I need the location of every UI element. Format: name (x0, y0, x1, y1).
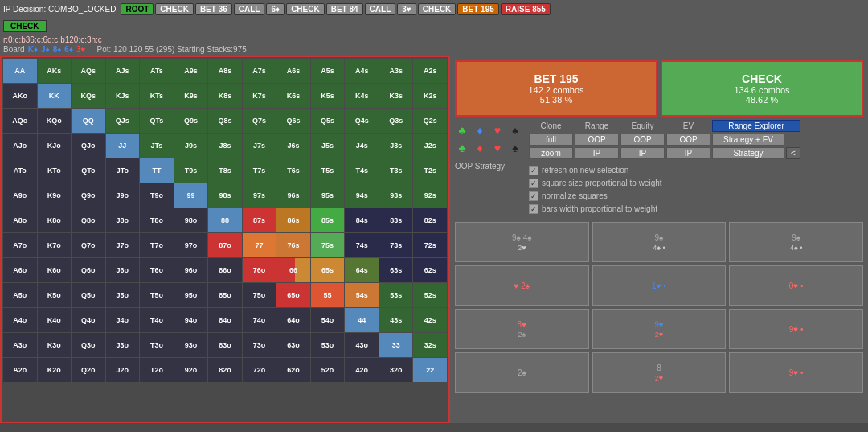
hand-cell-q5s[interactable]: Q5s (311, 109, 345, 133)
hand-cell-93o[interactable]: 93o (174, 333, 208, 357)
hand-cell-t2s[interactable]: T2s (413, 158, 447, 183)
hand-cell-a5s[interactable]: A5s (311, 59, 345, 83)
hand-cell-t4o[interactable]: T4o (140, 308, 174, 332)
hand-cell-64s[interactable]: 64s (345, 258, 379, 282)
card-cell-8h2s[interactable]: 8♥ 2♠ (455, 309, 589, 349)
hand-cell-q6s[interactable]: Q6s (276, 109, 310, 133)
hand-cell-t4s[interactable]: T4s (345, 158, 379, 183)
hand-cell-95o[interactable]: 95o (174, 283, 208, 307)
hand-cell-tt[interactable]: TT (140, 158, 174, 183)
hand-cell-76s[interactable]: 76s (276, 233, 310, 257)
hand-cell-aa[interactable]: AA (3, 59, 37, 83)
hand-cell-97o[interactable]: 97o (174, 233, 208, 257)
hand-cell-85o[interactable]: 85o (208, 283, 242, 307)
hand-cell-k4s[interactable]: K4s (345, 84, 379, 108)
hand-cell-75o[interactable]: 75o (243, 283, 276, 307)
hand-cell-92o[interactable]: 92o (174, 358, 208, 382)
hand-cell-k9s[interactable]: K9s (174, 84, 208, 108)
hand-cell-62o[interactable]: 62o (276, 358, 310, 382)
hand-cell-94o[interactable]: 94o (174, 308, 208, 332)
cb-refresh[interactable]: ✓ (529, 166, 538, 175)
hand-cell-k3o[interactable]: K3o (38, 333, 72, 357)
hand-cell-t5s[interactable]: T5s (311, 158, 345, 183)
hand-cell-63s[interactable]: 63s (379, 258, 413, 282)
diamond-icon-2[interactable]: ♦ (473, 141, 487, 155)
hand-cell-aks[interactable]: AKs (38, 59, 72, 83)
hand-cell-a6s[interactable]: A6s (276, 59, 310, 83)
hand-cell-42o[interactable]: 42o (345, 358, 379, 382)
ip-button-1[interactable]: IP (575, 147, 619, 159)
hand-cell-q4o[interactable]: Q4o (72, 308, 105, 332)
6d-button[interactable]: 6♦ (266, 3, 285, 15)
hand-cell-65s[interactable]: 65s (311, 258, 345, 282)
hand-cell-t9o[interactable]: T9o (140, 183, 174, 208)
hand-cell-kqo[interactable]: KQo (38, 109, 72, 133)
hand-cell-k2o[interactable]: K2o (38, 358, 72, 382)
hand-cell-54o[interactable]: 54o (311, 308, 345, 332)
spade-icon-1[interactable]: ♠ (508, 123, 522, 138)
range-explorer-button[interactable]: Range Explorer (712, 120, 800, 132)
hand-cell-k5s[interactable]: K5s (311, 84, 345, 108)
hand-cell-a7o[interactable]: A7o (3, 233, 37, 257)
hand-cell-t7o[interactable]: T7o (140, 233, 174, 257)
hand-cell-qts[interactable]: QTs (140, 109, 174, 133)
hand-cell-87s[interactable]: 87s (243, 208, 276, 232)
hand-cell-q9s[interactable]: Q9s (174, 109, 208, 133)
hand-cell-73s[interactable]: 73s (379, 233, 413, 257)
hand-cell-43s[interactable]: 43s (379, 308, 413, 332)
heart-icon-2[interactable]: ♥ (490, 141, 505, 155)
hand-cell-a2s[interactable]: A2s (413, 59, 447, 83)
card-cell-1h[interactable]: 1♥ • (592, 265, 727, 306)
zoom-button[interactable]: zoom (529, 147, 573, 159)
hand-cell-44[interactable]: 44 (345, 308, 379, 332)
hand-cell-aqo[interactable]: AQo (3, 109, 37, 133)
hand-cell-j5o[interactable]: J5o (106, 283, 140, 307)
hand-cell-j8o[interactable]: J8o (106, 208, 140, 232)
hand-cell-83s[interactable]: 83s (379, 208, 413, 232)
hand-cell-kts[interactable]: KTs (140, 84, 174, 108)
hand-cell-k6o[interactable]: K6o (38, 258, 72, 282)
check-decision-box[interactable]: CHECK 134.6 combos 48.62 % (661, 60, 863, 117)
hand-cell-42s[interactable]: 42s (413, 308, 447, 332)
hand-cell-q2o[interactable]: Q2o (72, 358, 105, 382)
hand-cell-33[interactable]: 33 (379, 333, 413, 357)
strategy-ev-button[interactable]: Strategy + EV (712, 134, 784, 146)
hand-cell-kjo[interactable]: KJo (38, 134, 72, 158)
hand-cell-q9o[interactable]: Q9o (72, 183, 105, 208)
hand-cell-95s[interactable]: 95s (311, 183, 345, 208)
hand-cell-t6s[interactable]: T6s (276, 158, 310, 183)
bet36-button[interactable]: BET 36 (195, 3, 232, 15)
ip-button-3[interactable]: IP (666, 147, 710, 159)
root-button[interactable]: ROOT (121, 3, 154, 15)
hand-cell-q4s[interactable]: Q4s (345, 109, 379, 133)
hand-cell-kk[interactable]: KK (38, 84, 72, 108)
bet195-button[interactable]: BET 195 (457, 3, 498, 15)
hand-cell-a3o[interactable]: A3o (3, 333, 37, 357)
hand-cell-84s[interactable]: 84s (345, 208, 379, 232)
card-cell-82h[interactable]: 8 2♥ (592, 352, 727, 393)
hand-cell-qq[interactable]: QQ (72, 109, 105, 133)
hand-cell-52o[interactable]: 52o (311, 358, 345, 382)
hand-cell-k7o[interactable]: K7o (38, 233, 72, 257)
check-button-2[interactable]: CHECK (286, 3, 325, 15)
hand-cell-t8o[interactable]: T8o (140, 208, 174, 232)
hand-cell-q8o[interactable]: Q8o (72, 208, 105, 232)
hand-cell-88[interactable]: 88 (208, 208, 242, 232)
hand-cell-jto[interactable]: JTo (106, 158, 140, 183)
hand-cell-84o[interactable]: 84o (208, 308, 242, 332)
hand-cell-98o[interactable]: 98o (174, 208, 208, 232)
hand-cell-aqs[interactable]: AQs (72, 59, 105, 83)
hand-cell-93s[interactable]: 93s (379, 183, 413, 208)
hand-cell-k5o[interactable]: K5o (38, 283, 72, 307)
hand-cell-j3s[interactable]: J3s (379, 134, 413, 158)
hand-cell-kjs[interactable]: KJs (106, 84, 140, 108)
hand-cell-k8s[interactable]: K8s (208, 84, 242, 108)
chevron-button[interactable]: < (786, 147, 800, 159)
hand-cell-j9s[interactable]: J9s (174, 134, 208, 158)
hand-cell-q6o[interactable]: Q6o (72, 258, 105, 282)
hand-cell-k4o[interactable]: K4o (38, 308, 72, 332)
hand-cell-j8s[interactable]: J8s (208, 134, 242, 158)
hand-cell-94s[interactable]: 94s (345, 183, 379, 208)
hand-cell-53s[interactable]: 53s (379, 283, 413, 307)
hand-cell-kqs[interactable]: KQs (72, 84, 105, 108)
